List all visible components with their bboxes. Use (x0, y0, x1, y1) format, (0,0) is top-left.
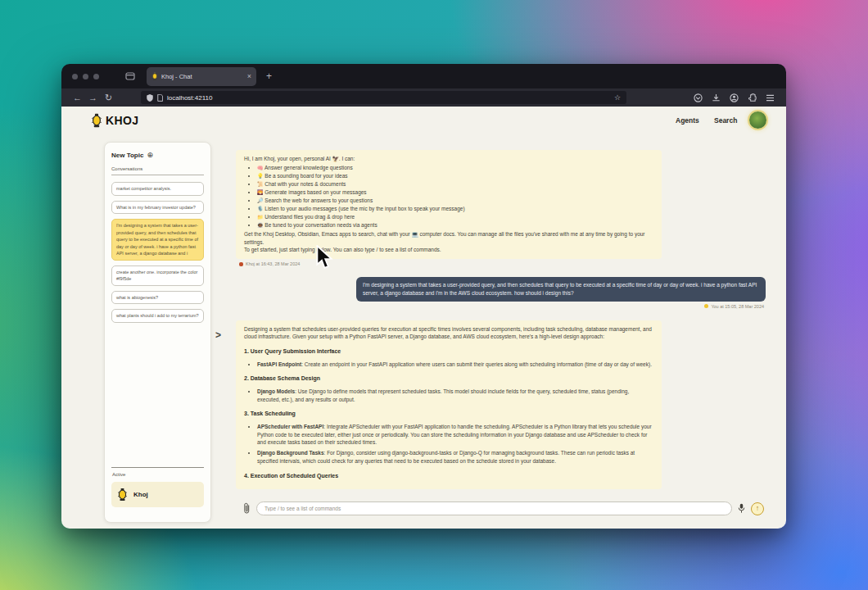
section-heading: 2. Database Schema Design (244, 374, 653, 384)
welcome-outro-1: Get the Khoj Desktop, Obsidian, Emacs ap… (244, 230, 653, 247)
forward-button[interactable]: → (85, 93, 101, 102)
conversation-item[interactable]: I'm designing a system that takes a user… (111, 219, 204, 261)
user-message-timestamp: You at 15:05, 28 Mar 2024 (711, 304, 764, 309)
response-intro: Designing a system that schedules user-p… (244, 325, 653, 342)
section-bullet: Django Background Tasks: For Django, con… (257, 449, 653, 465)
microphone-icon[interactable] (738, 503, 745, 514)
conversation-item[interactable]: market competitor analysis. (111, 182, 204, 196)
bullet-emoji-icon: 🔎 (257, 198, 264, 203)
pocket-icon[interactable] (694, 93, 703, 102)
conversation-label: market competitor analysis. (116, 186, 171, 191)
reload-button[interactable]: ↻ (101, 93, 116, 103)
user-message: I'm designing a system that takes a user… (356, 277, 766, 302)
bookmark-star-icon[interactable]: ☆ (614, 93, 621, 102)
bullet-term: Django Background Tasks (257, 450, 324, 456)
khoj-favicon-icon (151, 72, 158, 80)
welcome-outro-2: To get started, just start typing below.… (244, 246, 653, 254)
conversation-label: What is in my february investor update? (116, 205, 196, 210)
logo-text: KHOJ (106, 114, 139, 127)
bullet-emoji-icon: 👩🏾‍🚀 (257, 223, 264, 228)
section-bullets: APScheduler with FastAPI: Integrate APSc… (257, 423, 653, 465)
send-button[interactable]: ↑ (751, 502, 764, 515)
bullet-emoji-icon: 🌄 (257, 190, 264, 195)
conversations-heading: Conversations (111, 166, 204, 175)
new-topic-button[interactable]: New Topic ⊕ (111, 151, 204, 159)
bullet-emoji-icon: 💡 (257, 174, 264, 179)
section-heading: 4. Execution of Scheduled Queries (244, 472, 653, 481)
khoj-message-timestamp: Khoj at 16:43, 28 Mar 2024 (246, 261, 300, 266)
downloads-icon[interactable] (712, 93, 721, 102)
bullet-text: Search the web for answers to your quest… (264, 197, 373, 203)
minimize-window-icon[interactable] (83, 74, 88, 79)
window-controls[interactable] (61, 74, 99, 79)
welcome-bullet: 🧠 Answer general knowledge questions (257, 164, 653, 172)
sidebar-divider (111, 467, 204, 468)
response-section: 1. User Query Submission Interface FastA… (244, 347, 653, 368)
zoom-window-icon[interactable] (93, 74, 99, 79)
bullet-emoji-icon: 📁 (257, 215, 264, 220)
welcome-bullet: 🔎 Search the web for answers to your que… (257, 197, 653, 205)
conversation-item[interactable]: what is abiogenesis? (111, 291, 204, 305)
browser-tab-khoj-chat[interactable]: Khoj - Chat × (147, 67, 256, 86)
firefox-view-icon[interactable] (125, 71, 135, 81)
welcome-bullet: 💡 Be a sounding board for your ideas (257, 172, 653, 180)
user-emoji-icon (704, 304, 708, 308)
extensions-icon[interactable] (748, 93, 757, 102)
chat-thread: Hi, I am Khoj, your open, personal AI 🦅.… (236, 150, 766, 489)
conversation-item[interactable]: What is in my february investor update? (111, 201, 204, 215)
attach-file-icon[interactable] (243, 502, 251, 515)
bullet-term: FastAPI Endpoint (257, 361, 301, 367)
section-heading: 3. Task Scheduling (244, 410, 653, 419)
welcome-bullet: 🌄 Generate images based on your messages (257, 188, 653, 197)
conversation-label: create another one. incorporate the colo… (116, 270, 197, 282)
address-bar[interactable]: localhost:42110 ☆ (141, 91, 626, 104)
section-bullet: FastAPI Endpoint: Create an endpoint in … (257, 361, 653, 369)
bullet-body: : Create an endpoint in your FastAPI app… (301, 361, 652, 367)
lantern-icon (239, 262, 243, 266)
section-heading: 1. User Query Submission Interface (244, 347, 653, 356)
tab-close-icon[interactable]: × (247, 73, 251, 80)
section-bullets: Django Models: Use Django to define mode… (257, 388, 653, 404)
url-text[interactable]: localhost:42110 (167, 94, 610, 102)
account-icon[interactable] (730, 93, 739, 102)
agents-link[interactable]: Agents (676, 116, 699, 125)
conversation-item[interactable]: create another one. incorporate the colo… (111, 266, 204, 286)
bullet-body: : Use Django to define models that repre… (257, 388, 629, 402)
khoj-app-page: KHOJ Agents Search New Topic ⊕ Conversat… (61, 107, 786, 529)
conversation-item[interactable]: what plants should i add to my terrarium… (111, 309, 204, 323)
close-window-icon[interactable] (72, 74, 78, 79)
plus-circle-icon: ⊕ (147, 151, 153, 159)
response-sections: 1. User Query Submission Interface FastA… (244, 347, 653, 480)
welcome-bullet: 🎙️ Listen to your audio messages (use th… (257, 205, 653, 213)
page-info-icon[interactable] (157, 94, 163, 102)
lantern-icon (91, 113, 102, 128)
chat-input[interactable] (256, 502, 732, 515)
conversations-sidebar: New Topic ⊕ Conversations market competi… (104, 142, 211, 523)
user-message-row: I'm designing a system that takes a user… (236, 277, 766, 309)
bullet-text: Be tuned to your conversation needs via … (264, 222, 377, 228)
mouse-cursor (315, 245, 337, 270)
khoj-welcome-message: Hi, I am Khoj, your open, personal AI 🦅.… (236, 150, 662, 259)
conversation-label: what plants should i add to my terrarium… (116, 313, 199, 318)
active-agent-name: Khoj (133, 491, 148, 498)
menu-icon[interactable] (766, 94, 775, 102)
active-heading: Active (112, 472, 125, 477)
bullet-text: Chat with your notes & documents (264, 181, 346, 187)
conversation-label: what is abiogenesis? (116, 295, 158, 300)
welcome-bullet-list: 🧠 Answer general knowledge questions 💡 B… (257, 164, 653, 229)
back-button[interactable]: ← (70, 93, 85, 102)
new-tab-button[interactable]: + (266, 70, 272, 82)
sidebar-collapse-toggle[interactable]: > (215, 329, 221, 341)
welcome-intro: Hi, I am Khoj, your open, personal AI 🦅.… (244, 155, 653, 163)
user-avatar[interactable] (749, 111, 766, 129)
shield-icon[interactable] (147, 94, 153, 102)
khoj-logo[interactable]: KHOJ (91, 113, 139, 128)
user-message-meta: You at 15:05, 28 Mar 2024 (704, 304, 764, 309)
welcome-bullet: 📜 Chat with your notes & documents (257, 180, 653, 188)
lantern-icon (117, 488, 128, 502)
desktop-wallpaper: Khoj - Chat × + ← → ↻ localhost:42110 ☆ (0, 0, 868, 590)
bullet-emoji-icon: 🧠 (257, 166, 264, 170)
browser-window: Khoj - Chat × + ← → ↻ localhost:42110 ☆ (61, 64, 786, 529)
active-agent-item[interactable]: Khoj (111, 482, 204, 507)
search-link[interactable]: Search (714, 116, 737, 125)
